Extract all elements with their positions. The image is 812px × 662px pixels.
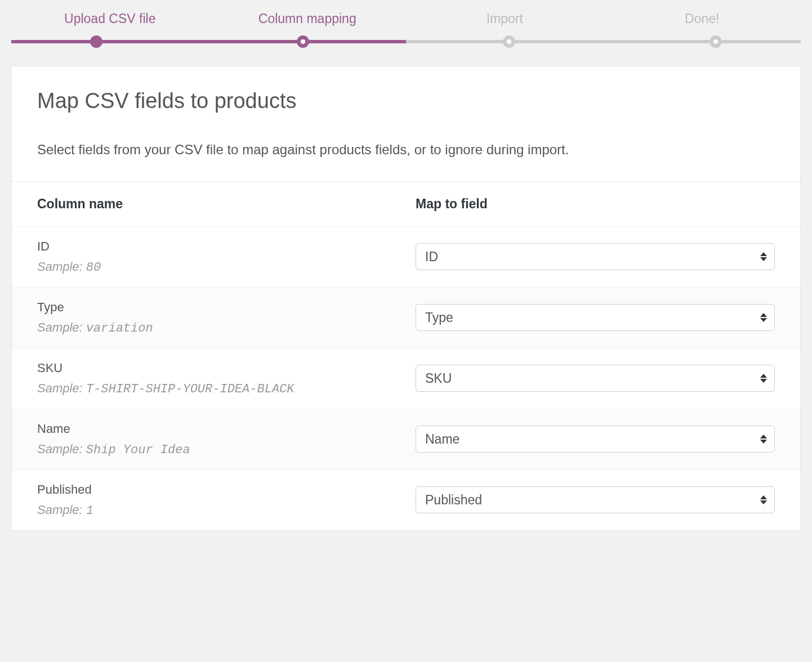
card-header: Map CSV fields to products Select fields… — [12, 66, 800, 182]
table-row: Name Sample: Ship Your Idea Name — [12, 409, 800, 469]
progress-dot-2 — [297, 35, 309, 48]
map-field-select[interactable]: Name — [416, 426, 775, 453]
page-title: Map CSV fields to products — [37, 89, 775, 113]
step-column-mapping[interactable]: Column mapping — [209, 11, 407, 26]
step-done: Done! — [604, 11, 801, 26]
step-import: Import — [406, 11, 604, 26]
column-sample: Sample: 1 — [37, 503, 93, 517]
column-name: SKU — [37, 361, 365, 375]
progress-dot-1 — [90, 35, 102, 48]
table-row: SKU Sample: T-SHIRT-SHIP-YOUR-IDEA-BLACK… — [12, 348, 800, 409]
column-name-header: Column name — [12, 182, 390, 227]
column-name: ID — [37, 239, 365, 254]
column-sample: Sample: T-SHIRT-SHIP-YOUR-IDEA-BLACK — [37, 381, 295, 395]
map-to-field-header: Map to field — [390, 182, 800, 227]
progress-dot-3 — [503, 35, 515, 48]
column-sample: Sample: variation — [37, 320, 153, 334]
step-upload-csv[interactable]: Upload CSV file — [11, 11, 209, 26]
progress-bar — [11, 40, 801, 43]
table-row: ID Sample: 80 ID — [12, 226, 800, 287]
column-sample: Sample: Ship Your Idea — [37, 442, 190, 456]
table-row: Published Sample: 1 Published — [12, 469, 800, 530]
table-row: Type Sample: variation Type — [12, 287, 800, 348]
column-name: Published — [37, 482, 365, 497]
column-name: Type — [37, 300, 365, 315]
map-field-select[interactable]: Published — [416, 486, 775, 513]
column-sample: Sample: 80 — [37, 260, 101, 274]
mapping-table: Column name Map to field ID Sample: 80 I… — [12, 182, 800, 530]
column-name: Name — [37, 422, 365, 436]
progress-stepper: Upload CSV file Column mapping Import Do… — [0, 0, 812, 43]
mapping-card: Map CSV fields to products Select fields… — [11, 66, 801, 531]
progress-dot-4 — [710, 35, 722, 48]
map-field-select[interactable]: Type — [416, 304, 775, 331]
map-field-select[interactable]: SKU — [416, 365, 775, 392]
page-description: Select fields from your CSV file to map … — [37, 138, 775, 162]
map-field-select[interactable]: ID — [416, 243, 775, 270]
